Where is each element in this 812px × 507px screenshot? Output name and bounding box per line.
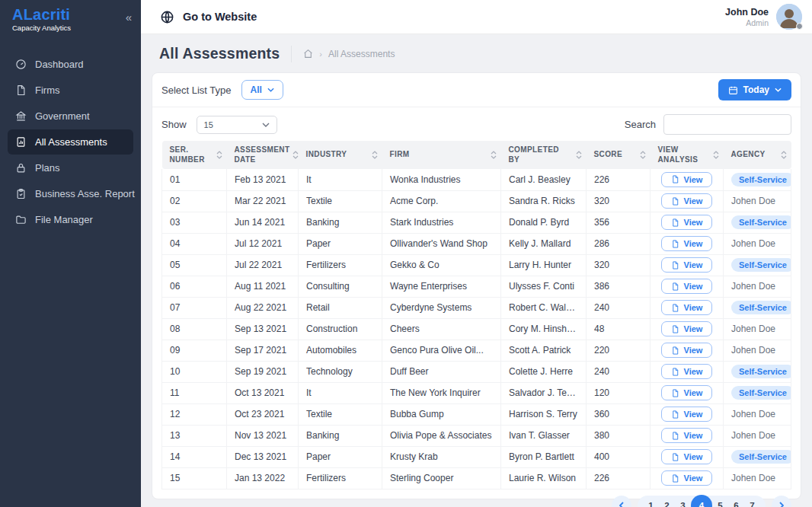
cell-ser-number: 04: [162, 233, 227, 254]
view-button[interactable]: View: [661, 407, 713, 422]
sidebar-item-file-manager[interactable]: File Manager: [8, 207, 133, 232]
cell-industry: Textile: [299, 403, 382, 425]
agency-badge: Self-Service: [731, 386, 791, 400]
sidebar-item-business-asse-report[interactable]: Business Asse. Report: [8, 181, 133, 206]
page-size-select[interactable]: 15: [197, 116, 277, 134]
table-row: 14 Dec 13 2021 Paper Krusty Krab Byron P…: [162, 446, 791, 467]
cell-score: 380: [587, 425, 651, 446]
sidebar-item-label: Dashboard: [35, 59, 84, 70]
search-input[interactable]: [663, 114, 791, 135]
file-icon: [671, 282, 679, 291]
view-button[interactable]: View: [661, 449, 713, 464]
pagination-page-5[interactable]: 5: [712, 496, 728, 507]
view-button[interactable]: View: [661, 236, 713, 251]
file-manager-icon: [15, 214, 27, 225]
view-button[interactable]: View: [661, 279, 713, 294]
view-button[interactable]: View: [661, 172, 713, 187]
topbar: Go to Website John Doe Admin: [141, 0, 812, 34]
cell-view-analysis: View: [651, 446, 724, 467]
view-button[interactable]: View: [661, 215, 713, 230]
cell-ser-number: 10: [162, 361, 227, 382]
pagination-next-button[interactable]: [772, 496, 791, 507]
status-dot-icon: [796, 23, 803, 30]
cell-view-analysis: View: [651, 169, 724, 190]
column-header-score[interactable]: SCORE: [587, 141, 651, 169]
view-button[interactable]: View: [661, 321, 713, 336]
firms-icon: [15, 84, 27, 96]
sidebar-item-government[interactable]: Government: [8, 104, 133, 129]
cell-assessment-date: Mar 22 2021: [227, 190, 299, 212]
cell-agency: Johen Doe: [724, 403, 791, 425]
cell-view-analysis: View: [651, 233, 724, 254]
view-button[interactable]: View: [661, 364, 713, 379]
sort-icon: [293, 151, 299, 159]
show-label: Show: [161, 119, 187, 130]
view-button-label: View: [684, 452, 703, 461]
agency-text: Johen Doe: [731, 409, 775, 419]
cell-view-analysis: View: [651, 361, 724, 382]
user-menu[interactable]: John Doe Admin: [725, 4, 802, 30]
column-header-agency[interactable]: AGENCY: [724, 141, 791, 169]
sidebar-item-all-assessments[interactable]: All Assessments: [8, 129, 133, 155]
pagination-page-4[interactable]: 4: [691, 495, 712, 507]
cell-score: 240: [587, 361, 651, 382]
go-to-website-link[interactable]: Go to Website: [160, 10, 257, 24]
filter-row: Select List Type All Today: [152, 73, 801, 107]
file-icon: [671, 346, 679, 355]
view-button[interactable]: View: [661, 385, 713, 400]
chevron-down-icon: [775, 88, 782, 92]
view-button-label: View: [684, 346, 703, 355]
cell-view-analysis: View: [651, 467, 724, 489]
view-button[interactable]: View: [661, 343, 713, 358]
view-button-label: View: [684, 175, 703, 184]
pagination-page-6[interactable]: 6: [728, 496, 744, 507]
view-button[interactable]: View: [661, 257, 713, 273]
pagination-prev-button[interactable]: [612, 496, 631, 507]
agency-text: Johen Doe: [731, 238, 775, 249]
assessments-tbody: 01 Feb 13 2021 It Wonka Industries Carl …: [162, 169, 791, 489]
cell-industry: Consulting: [299, 276, 382, 297]
view-button-label: View: [684, 410, 703, 419]
agency-badge: Self-Service: [731, 258, 791, 272]
report-icon: [15, 188, 27, 199]
chevron-down-icon: [262, 123, 270, 127]
cell-industry: Banking: [299, 212, 382, 233]
cell-completed-by: Sandra R. Ricks: [501, 190, 587, 212]
go-to-website-label: Go to Website: [183, 11, 257, 23]
page-title: All Assessments: [159, 45, 280, 62]
agency-text: Johen Doe: [731, 324, 775, 334]
column-header-industry[interactable]: INDUSTRY: [299, 141, 382, 169]
column-header-ser-number[interactable]: SER. NUMBER: [162, 141, 227, 169]
column-header-completed-by[interactable]: COMPLETED BY: [501, 141, 587, 169]
pagination-page-1[interactable]: 1: [643, 496, 659, 507]
table-row: 04 Jul 12 2021 Paper Ollivander's Wand S…: [162, 233, 791, 254]
pagination-page-7[interactable]: 7: [744, 496, 760, 507]
date-range-button[interactable]: Today: [718, 79, 791, 100]
view-button[interactable]: View: [661, 428, 713, 443]
home-icon[interactable]: [303, 49, 313, 59]
sidebar-item-firms[interactable]: Firms: [8, 78, 133, 103]
cell-firm: Genco Pura Olive Oil...: [382, 340, 501, 361]
view-button[interactable]: View: [661, 300, 713, 315]
cell-ser-number: 11: [162, 382, 227, 403]
column-header-assessment-date[interactable]: ASSESSMENT DATE: [227, 141, 299, 169]
sidebar-item-plans[interactable]: Plans: [8, 155, 133, 180]
column-header-view-analysis[interactable]: VIEW ANALYSIS: [651, 141, 724, 169]
view-button[interactable]: View: [661, 470, 713, 486]
pagination-page-2[interactable]: 2: [659, 496, 675, 507]
agency-badge: Self-Service: [731, 365, 791, 378]
list-type-value: All: [251, 84, 262, 95]
file-icon: [671, 325, 679, 333]
cell-industry: Retail: [299, 297, 382, 318]
cell-industry: Paper: [299, 446, 382, 467]
list-type-dropdown[interactable]: All: [241, 80, 283, 100]
assessments-icon: [15, 136, 27, 148]
sidebar-item-dashboard[interactable]: Dashboard: [8, 52, 133, 77]
view-button[interactable]: View: [661, 193, 713, 209]
logo-subtitle: Capacity Analytics: [12, 24, 71, 32]
sidebar-collapse-icon[interactable]: «: [126, 11, 130, 24]
cell-industry: Construction: [299, 318, 382, 340]
pagination-page-3[interactable]: 3: [675, 496, 691, 507]
cell-view-analysis: View: [651, 403, 724, 425]
column-header-firm[interactable]: FIRM: [382, 141, 501, 169]
